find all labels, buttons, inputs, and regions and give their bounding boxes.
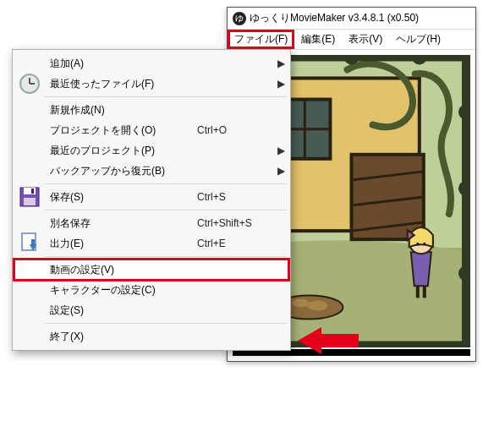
menu-item-label: 追加(A) [45,57,197,71]
menu-item-17[interactable]: 終了(X) [14,326,288,347]
submenu-arrow-icon: ▶ [273,78,288,90]
menu-item-label: 動画の設定(V) [45,263,197,277]
app-icon-glyph: ゆ [235,13,244,25]
menu-item-label: プロジェクトを開く(O) [45,123,197,138]
menu-item-6[interactable]: バックアップから復元(B)▶ [14,161,288,181]
svg-rect-32 [31,188,34,194]
menu-separator [45,323,287,324]
svg-point-16 [292,298,309,307]
submenu-arrow-icon: ▶ [273,57,288,69]
menu-separator [45,96,287,97]
menu-item-1[interactable]: 最近使ったファイル(F)▶ [14,74,288,94]
menubar-item-label: 編集(E) [301,32,335,46]
menu-separator [45,210,287,210]
menu-item-3[interactable]: 新規作成(N) [14,100,288,120]
annotation-arrow-icon [298,325,359,356]
app-title: ゆっくりMovieMaker v3.4.8.1 (x0.50) [250,11,419,25]
menu-item-label: 新規作成(N) [45,103,197,117]
submenu-arrow-icon: ▶ [273,145,288,156]
save-icon [14,186,45,208]
menu-item-10[interactable]: 別名保存Ctrl+Shift+S [14,213,288,233]
menu-item-label: 出力(E) [45,237,197,251]
submenu-arrow-icon: ▶ [273,165,288,177]
menubar-item-1[interactable]: 編集(E) [294,30,342,49]
menubar-item-label: 表示(V) [349,32,382,46]
menu-item-15[interactable]: 設定(S) [14,300,288,320]
menubar-item-label: ファイル(F) [234,32,288,46]
svg-point-17 [307,300,327,310]
menu-item-0[interactable]: 追加(A)▶ [14,53,288,74]
menu-item-8[interactable]: 保存(S)Ctrl+S [14,187,288,207]
menubar-item-label: ヘルプ(H) [396,32,441,46]
titlebar: ゆ ゆっくりMovieMaker v3.4.8.1 (x0.50) [228,8,475,30]
menu-item-label: 最近のプロジェクト(P) [45,144,197,158]
menu-item-shortcut: Ctrl+S [197,191,273,203]
menu-item-shortcut: Ctrl+O [197,124,273,136]
menu-item-label: 終了(X) [45,330,197,344]
menu-item-label: 最近使ったファイル(F) [45,77,197,91]
menu-item-4[interactable]: プロジェクトを開く(O)Ctrl+O [14,120,288,140]
export-icon [14,232,45,254]
svg-point-13 [416,243,419,245]
svg-rect-36 [31,239,35,246]
menu-item-13[interactable]: 動画の設定(V) [14,260,288,280]
menu-item-5[interactable]: 最近のプロジェクト(P)▶ [14,140,288,161]
file-menu: 追加(A)▶最近使ったファイル(F)▶新規作成(N)プロジェクトを開く(O)Ct… [12,49,291,351]
menubar-item-2[interactable]: 表示(V) [342,30,389,49]
menu-item-label: 別名保存 [45,216,197,231]
svg-point-14 [423,243,425,245]
menu-item-label: 設定(S) [45,303,197,318]
menubar: ファイル(F)編集(E)表示(V)ヘルプ(H) [228,30,475,50]
clock-icon [14,72,45,96]
menu-item-shortcut: Ctrl+Shift+S [197,217,273,229]
menu-separator [45,183,287,184]
menu-item-label: 保存(S) [45,190,197,205]
menu-item-shortcut: Ctrl+E [197,238,273,249]
menu-item-11[interactable]: 出力(E)Ctrl+E [14,233,288,254]
svg-rect-33 [24,198,36,205]
app-icon: ゆ [233,12,246,25]
svg-rect-12 [423,286,426,298]
svg-rect-11 [416,286,420,298]
menubar-item-3[interactable]: ヘルプ(H) [389,30,447,49]
menubar-item-0[interactable]: ファイル(F) [228,30,294,49]
menu-item-label: キャラクターの設定(C) [45,283,197,298]
svg-marker-37 [298,327,359,354]
menu-item-label: バックアップから復元(B) [45,164,197,178]
menu-separator [45,256,287,257]
menu-item-14[interactable]: キャラクターの設定(C) [14,280,288,300]
